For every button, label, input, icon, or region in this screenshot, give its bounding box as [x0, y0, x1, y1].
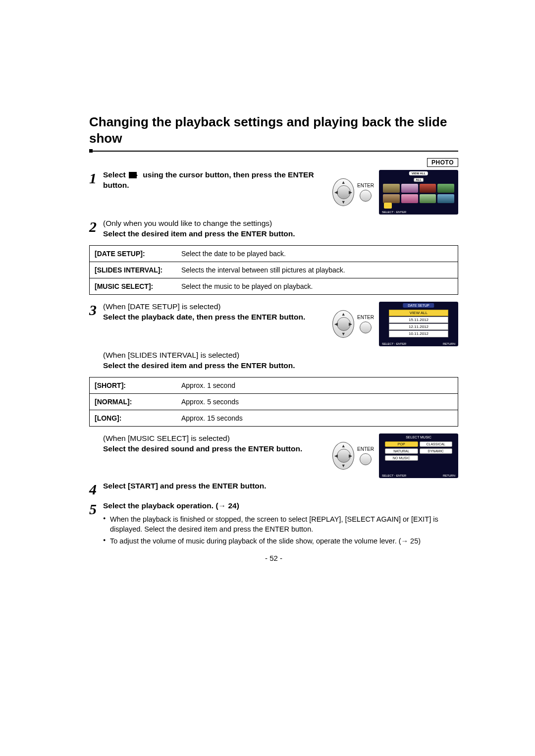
- step3-instruction-music: Select the desired sound and press the E…: [103, 444, 302, 453]
- lcd-viewall-top: VIEW ALL: [409, 171, 428, 175]
- setting-desc: Selects the interval between still pictu…: [176, 262, 458, 278]
- step-number: 4: [89, 482, 103, 497]
- music-item: NATURAL: [385, 448, 418, 454]
- table-row: [NORMAL]:Approx. 5 seconds: [90, 393, 458, 410]
- enter-label: ENTER: [357, 183, 374, 188]
- lcd-date-title: DATE SETUP: [403, 303, 434, 308]
- step-2: 2 (Only when you would like to change th…: [89, 218, 458, 239]
- arrow-icon: →: [218, 501, 226, 510]
- setting-label: [MUSIC SELECT]:: [90, 278, 177, 294]
- setting-label: [DATE SETUP]:: [90, 245, 177, 262]
- step1-pre: Select: [103, 170, 126, 179]
- lcd-date-screen: DATE SETUP VIEW ALL 15.11.2012 12.11.201…: [379, 302, 458, 346]
- step-3-music: 3 (When [MUSIC SELECT] is selected) Sele…: [89, 433, 458, 478]
- interval-label: [NORMAL]:: [90, 393, 177, 410]
- step-5: 5 Select the playback operation. (→ 24) …: [89, 501, 458, 548]
- table-row: [LONG]:Approx. 15 seconds: [90, 410, 458, 426]
- lcd-music-screen: SELECT MUSIC POP CLASSICAL NATURAL DYNAM…: [379, 433, 458, 478]
- date-item-selected: VIEW ALL: [389, 310, 448, 316]
- bullet-item: To adjust the volume of music during pla…: [103, 536, 458, 546]
- cursor-enter-diagram: ▲▼◀▶ ENTER: [332, 310, 374, 338]
- cursor-enter-diagram: ▲▼◀▶ ENTER: [332, 442, 374, 470]
- date-item: 12.11.2012: [389, 324, 448, 330]
- step3-note-interval: (When [SLIDES INTERVAL] is selected): [103, 351, 239, 359]
- interval-label: [SHORT]:: [90, 377, 177, 393]
- title-rule: [89, 149, 458, 152]
- music-item-selected: POP: [385, 441, 418, 447]
- lcd-footer-select: SELECT: [382, 211, 393, 214]
- step5-pre: Select the playback operation. (: [103, 501, 218, 510]
- step2-instruction: Select the desired item and press the EN…: [103, 229, 295, 238]
- music-item: NO MUSIC: [385, 455, 418, 461]
- page-title: Changing the playback settings and playi…: [89, 114, 458, 146]
- step-number: 3: [89, 303, 103, 318]
- step-number: 5: [89, 502, 103, 517]
- lcd-viewall-screen: ▲ VIEW ALL ALL SELECT ◦ ENTER: [379, 170, 458, 215]
- photo-badge: PHOTO: [427, 158, 458, 167]
- setting-desc: Select the music to be played on playbac…: [176, 278, 458, 294]
- bullet-item: When the playback is finished or stopped…: [103, 514, 458, 535]
- step2-note: (Only when you would like to change the …: [103, 219, 272, 227]
- step3-note-date: (When [DATE SETUP] is selected): [103, 302, 220, 311]
- step-number: 1: [89, 171, 103, 186]
- interval-desc: Approx. 15 seconds: [176, 410, 458, 426]
- table-row: [MUSIC SELECT]:Select the music to be pl…: [90, 278, 458, 294]
- interval-desc: Approx. 1 second: [176, 377, 458, 393]
- interval-table: [SHORT]:Approx. 1 second [NORMAL]:Approx…: [89, 377, 458, 427]
- step-3: 3 (When [DATE SETUP] is selected) Select…: [89, 302, 458, 346]
- table-row: [SLIDES INTERVAL]:Selects the interval b…: [90, 262, 458, 278]
- cursor-enter-diagram: ▲▼◀▶ ENTER: [332, 178, 374, 206]
- slideshow-icon: [129, 172, 140, 179]
- setting-desc: Select the date to be played back.: [176, 245, 458, 262]
- lcd-footer-enter: ENTER: [396, 211, 406, 214]
- step3-note-music: (When [MUSIC SELECT] is selected): [103, 434, 230, 442]
- step3-instruction-interval: Select the desired item and press the EN…: [103, 361, 295, 370]
- step-1: 1 Select using the cursor button, then p…: [89, 170, 458, 215]
- step4-instruction: Select [START] and press the ENTER butto…: [103, 481, 458, 491]
- table-row: [SHORT]:Approx. 1 second: [90, 377, 458, 393]
- page-ref: 24: [228, 501, 236, 510]
- page-number: - 52 -: [265, 554, 282, 562]
- music-item: CLASSICAL: [420, 441, 453, 447]
- lcd-music-title: SELECT MUSIC: [403, 435, 434, 439]
- step5-post: ): [237, 501, 239, 510]
- lcd-all-badge: ALL: [414, 178, 424, 182]
- date-item: 10.11.2012: [389, 330, 448, 337]
- interval-desc: Approx. 5 seconds: [176, 393, 458, 410]
- interval-label: [LONG]:: [90, 410, 177, 426]
- music-item: DYNAMIC: [420, 448, 453, 454]
- lcd-return: RETURN: [443, 342, 455, 345]
- step-number: 2: [89, 219, 103, 234]
- setting-label: [SLIDES INTERVAL]:: [90, 262, 177, 278]
- date-item: 15.11.2012: [389, 317, 448, 323]
- table-row: [DATE SETUP]:Select the date to be playe…: [90, 245, 458, 262]
- step3-instruction-date: Select the playback date, then press the…: [103, 313, 305, 321]
- settings-table: [DATE SETUP]:Select the date to be playe…: [89, 245, 458, 295]
- step-4: 4 Select [START] and press the ENTER but…: [89, 481, 458, 497]
